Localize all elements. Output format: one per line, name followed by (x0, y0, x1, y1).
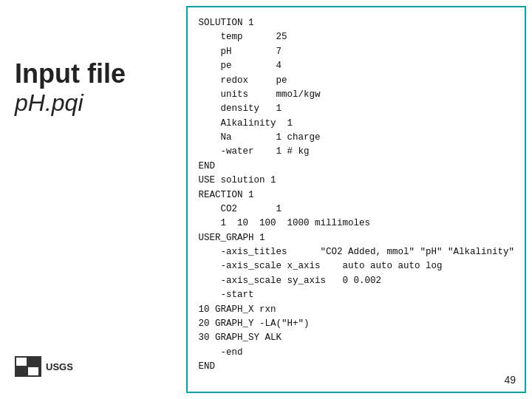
right-panel: SOLUTION 1 temp 25 pH 7 pe 4 redox pe un… (186, 6, 526, 393)
svg-rect-2 (16, 367, 27, 375)
svg-rect-0 (16, 358, 27, 366)
svg-rect-3 (28, 367, 38, 375)
usgs-icon (15, 356, 41, 377)
svg-rect-1 (28, 358, 38, 366)
title-main: Input file (15, 59, 171, 89)
usgs-label: USGS (46, 361, 73, 372)
title-block: Input file pH.pqi (15, 59, 171, 117)
slide-number: 49 (504, 374, 516, 386)
usgs-logo: USGS (15, 356, 171, 377)
title-sub: pH.pqi (15, 89, 171, 117)
code-block: SOLUTION 1 temp 25 pH 7 pe 4 redox pe un… (198, 16, 514, 383)
left-panel: Input file pH.pqi USGS (0, 0, 186, 399)
